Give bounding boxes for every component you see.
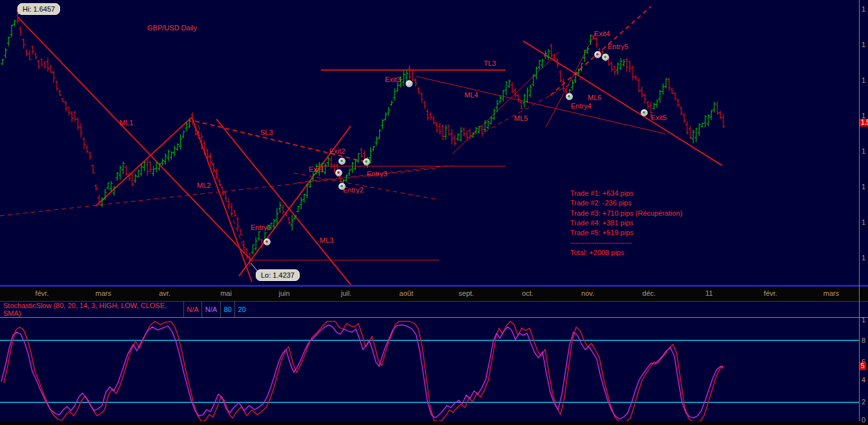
indicator-value-cell-2: 80: [220, 302, 234, 317]
chart-object-label-ml4[interactable]: ML4: [464, 91, 478, 99]
time-axis-label[interactable]: nov.: [581, 289, 594, 297]
time-axis-label[interactable]: juil.: [341, 289, 352, 297]
price-bar: [155, 162, 158, 172]
marker-dot: [408, 82, 410, 85]
price-bar: [529, 85, 532, 98]
stoch-scale-tick[interactable]: 1: [862, 316, 865, 324]
time-axis-label[interactable]: mars: [96, 289, 111, 297]
price-bar: [670, 88, 674, 94]
price-scale-tick[interactable]: 1: [862, 41, 865, 48]
price-bar: [619, 58, 623, 70]
chart-object-label-entry4[interactable]: Entry4: [571, 102, 592, 110]
price-bar: [504, 81, 508, 95]
price-bar: [622, 59, 625, 67]
stochastic-signal-line[interactable]: [1, 325, 723, 419]
stoch-scale-tick[interactable]: 2: [862, 398, 865, 406]
indicator-header[interactable]: StochasticSlow (80, 20, 14, 3, HIGH, LOW…: [0, 301, 868, 318]
indicator-value-cell-1: N/A: [202, 302, 220, 317]
trade-marker-entry2[interactable]: [338, 183, 346, 190]
chart-object-label-ml5[interactable]: ML5: [514, 114, 528, 122]
chart-object-label-ml6[interactable]: ML6: [588, 94, 601, 101]
stochastic-canvas[interactable]: [0, 318, 868, 421]
stoch-scale-tick[interactable]: 0: [862, 416, 865, 424]
indicator-value-cell-3: 20: [234, 302, 249, 317]
time-axis-label[interactable]: mai: [220, 289, 232, 297]
time-axis-label[interactable]: févr.: [36, 289, 49, 297]
price-chart-area[interactable]: GBP/USD Daily Hi: 1.6457 Lo: 1.4237 Trad…: [0, 0, 868, 285]
time-axis-label[interactable]: avr.: [159, 289, 170, 297]
price-chart-canvas[interactable]: [0, 0, 868, 285]
chart-object-label-exit2[interactable]: Exit2: [329, 147, 345, 155]
price-bar: [149, 161, 152, 172]
price-bar: [698, 123, 701, 136]
price-bar: [402, 70, 405, 86]
chart-object-label-ml2[interactable]: ML2: [197, 181, 211, 189]
price-bar: [643, 94, 646, 103]
price-bar: [360, 148, 363, 158]
time-axis-label[interactable]: mars: [823, 289, 839, 297]
high-price-tooltip[interactable]: Hi: 1.6457: [17, 3, 60, 15]
trendline-ML5-line[interactable]: [484, 76, 584, 132]
price-bar: [40, 58, 43, 66]
chart-object-label-entry1[interactable]: Entry1: [251, 223, 271, 231]
price-bar: [703, 115, 707, 127]
marker-dot: [568, 95, 570, 98]
stoch-scale-tick[interactable]: 8: [862, 337, 865, 344]
price-bar: [375, 136, 378, 146]
chart-object-label-ml3[interactable]: ML3: [320, 236, 333, 244]
price-bar: [393, 88, 396, 101]
price-scale-tick[interactable]: 1: [862, 218, 865, 226]
indicator-name[interactable]: StochasticSlow (80, 20, 14, 3, HIGH, LOW…: [0, 302, 183, 317]
price-scale-tick[interactable]: 1: [862, 254, 865, 262]
price-bar: [224, 192, 227, 200]
price-bar: [354, 160, 357, 170]
chart-object-label-entry5[interactable]: Entry5: [608, 43, 628, 50]
trade-marker-exit4[interactable]: [594, 51, 601, 58]
time-axis-label[interactable]: sept.: [459, 289, 474, 297]
time-axis-label[interactable]: août: [399, 289, 413, 297]
chart-object-label-entry2[interactable]: Entry2: [343, 186, 364, 194]
stochastic-main-line[interactable]: [4, 321, 723, 421]
price-scale-tick[interactable]: 1: [862, 76, 865, 84]
time-axis-label[interactable]: févr.: [764, 289, 778, 297]
price-scale-tick[interactable]: 1: [862, 5, 865, 13]
trendline-ML6-line[interactable]: [523, 41, 722, 165]
stoch-scale-tick[interactable]: 4: [862, 376, 865, 384]
price-scale-tick[interactable]: 1: [862, 183, 865, 191]
trade-summary-line: Trade #4: +381 pips: [570, 218, 683, 228]
chart-object-label-exit3[interactable]: Exit3: [385, 76, 400, 83]
time-axis-label[interactable]: déc.: [643, 289, 656, 297]
price-bar: [466, 130, 469, 141]
chart-object-label-exit5[interactable]: Exit5: [651, 114, 666, 121]
chart-object-label-sl3[interactable]: SL3: [260, 129, 273, 136]
time-axis-label[interactable]: oct.: [522, 289, 533, 297]
price-bar: [511, 82, 514, 94]
price-bar: [701, 123, 704, 127]
time-axis-label[interactable]: juin: [278, 289, 289, 297]
price-bar: [43, 61, 46, 68]
stochastic-panel[interactable]: [0, 318, 868, 421]
trendline-ML1-line[interactable]: [18, 17, 252, 261]
trendline-rise-to-apex[interactable]: [96, 117, 192, 206]
trade-marker-exit3[interactable]: [406, 80, 413, 87]
marker-dot: [340, 185, 343, 187]
price-bar: [517, 94, 520, 103]
chart-object-label-ml1[interactable]: ML1: [119, 119, 133, 127]
trendline-top-right-dashed[interactable]: [550, 6, 651, 96]
low-price-tooltip[interactable]: Lo: 1.4237: [256, 269, 300, 281]
chart-object-label-tl3[interactable]: TL3: [484, 59, 496, 67]
time-axis-label[interactable]: 11: [705, 289, 712, 297]
trade-marker-exit5[interactable]: [641, 109, 648, 116]
time-axis[interactable]: févr.marsavr.maijuinjuil.aoûtsept.oct.no…: [0, 287, 868, 301]
chart-object-label-exit4[interactable]: Exit4: [594, 30, 610, 37]
trade-marker-entry4[interactable]: [566, 93, 573, 100]
window-bottom-strip: [0, 421, 868, 425]
price-bar: [103, 189, 107, 200]
chart-object-label-exit1[interactable]: Exit1: [309, 165, 324, 173]
trade-marker-entry5[interactable]: [602, 54, 609, 61]
chart-object-label-entry3[interactable]: Entry3: [367, 170, 388, 178]
trendline-ML4-line[interactable]: [417, 76, 665, 134]
trendline-apex-steep[interactable]: [192, 117, 252, 282]
price-bar: [58, 90, 61, 96]
price-scale-tick[interactable]: 1: [862, 147, 865, 155]
